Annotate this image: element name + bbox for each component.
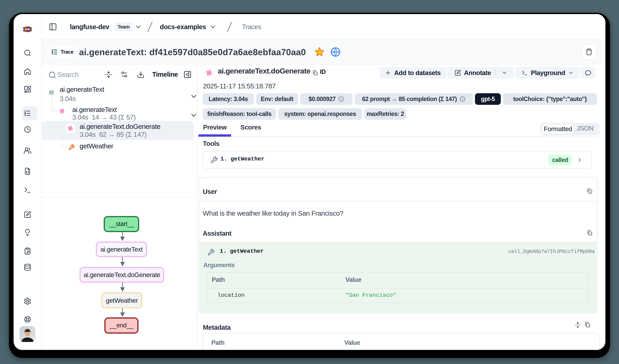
svg-text:ai.generateText.doGenerate: ai.generateText.doGenerate xyxy=(84,271,160,278)
svg-text:getWeather: getWeather xyxy=(106,297,138,304)
svg-text:__end__: __end__ xyxy=(110,322,134,329)
svg-text:ai.generateText: ai.generateText xyxy=(100,246,143,253)
svg-text:__start__: __start__ xyxy=(109,220,134,227)
